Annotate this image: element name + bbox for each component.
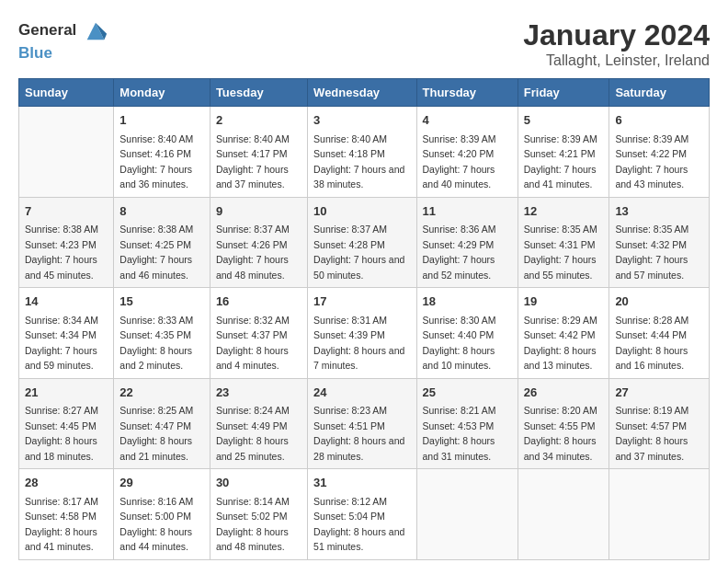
header-sunday: Sunday bbox=[19, 79, 114, 107]
calendar-cell: 16Sunrise: 8:32 AMSunset: 4:37 PMDayligh… bbox=[210, 288, 307, 379]
day-number: 4 bbox=[423, 111, 512, 130]
logo-general: General bbox=[18, 18, 108, 44]
calendar-cell: 19Sunrise: 8:29 AMSunset: 4:42 PMDayligh… bbox=[518, 288, 609, 379]
day-detail: Sunrise: 8:17 AMSunset: 4:58 PMDaylight:… bbox=[25, 496, 98, 553]
day-detail: Sunrise: 8:38 AMSunset: 4:23 PMDaylight:… bbox=[25, 224, 98, 281]
day-detail: Sunrise: 8:37 AMSunset: 4:26 PMDaylight:… bbox=[216, 224, 290, 281]
day-number: 8 bbox=[119, 202, 204, 221]
calendar-cell: 28Sunrise: 8:17 AMSunset: 4:58 PMDayligh… bbox=[19, 469, 114, 560]
day-detail: Sunrise: 8:40 AMSunset: 4:16 PMDaylight:… bbox=[119, 133, 193, 190]
header-tuesday: Tuesday bbox=[210, 79, 307, 107]
day-number: 27 bbox=[615, 384, 703, 402]
day-detail: Sunrise: 8:12 AMSunset: 5:04 PMDaylight:… bbox=[313, 496, 404, 553]
week-row-5: 28Sunrise: 8:17 AMSunset: 4:58 PMDayligh… bbox=[19, 469, 710, 560]
calendar-cell: 3Sunrise: 8:40 AMSunset: 4:18 PMDaylight… bbox=[308, 107, 416, 198]
day-detail: Sunrise: 8:39 AMSunset: 4:20 PMDaylight:… bbox=[423, 133, 496, 190]
day-number: 11 bbox=[423, 202, 512, 221]
header-friday: Friday bbox=[518, 79, 609, 107]
day-number: 7 bbox=[25, 202, 108, 221]
calendar-cell: 9Sunrise: 8:37 AMSunset: 4:26 PMDaylight… bbox=[210, 197, 307, 288]
day-detail: Sunrise: 8:20 AMSunset: 4:55 PMDaylight:… bbox=[524, 405, 597, 462]
day-number: 9 bbox=[216, 202, 301, 221]
day-detail: Sunrise: 8:39 AMSunset: 4:22 PMDaylight:… bbox=[615, 133, 688, 190]
day-number: 30 bbox=[216, 474, 301, 492]
day-detail: Sunrise: 8:35 AMSunset: 4:32 PMDaylight:… bbox=[615, 224, 688, 281]
day-number: 31 bbox=[313, 474, 410, 492]
calendar-cell bbox=[609, 469, 710, 560]
day-detail: Sunrise: 8:34 AMSunset: 4:34 PMDaylight:… bbox=[25, 315, 98, 372]
day-number: 6 bbox=[615, 111, 703, 130]
calendar-cell: 13Sunrise: 8:35 AMSunset: 4:32 PMDayligh… bbox=[609, 197, 710, 288]
day-detail: Sunrise: 8:36 AMSunset: 4:29 PMDaylight:… bbox=[423, 224, 496, 281]
week-row-1: 1Sunrise: 8:40 AMSunset: 4:16 PMDaylight… bbox=[19, 107, 710, 198]
day-detail: Sunrise: 8:31 AMSunset: 4:39 PMDaylight:… bbox=[313, 315, 404, 372]
day-number: 20 bbox=[615, 293, 703, 311]
day-detail: Sunrise: 8:39 AMSunset: 4:21 PMDaylight:… bbox=[524, 133, 597, 190]
day-number: 3 bbox=[313, 111, 410, 130]
day-detail: Sunrise: 8:14 AMSunset: 5:02 PMDaylight:… bbox=[216, 496, 290, 553]
day-number: 23 bbox=[216, 384, 301, 402]
header-thursday: Thursday bbox=[416, 79, 518, 107]
day-number: 25 bbox=[423, 384, 512, 402]
day-number: 1 bbox=[119, 111, 204, 130]
calendar-cell bbox=[518, 469, 609, 560]
day-detail: Sunrise: 8:32 AMSunset: 4:37 PMDaylight:… bbox=[216, 315, 290, 372]
day-number: 29 bbox=[119, 474, 204, 492]
calendar-cell: 10Sunrise: 8:37 AMSunset: 4:28 PMDayligh… bbox=[308, 197, 416, 288]
day-number: 21 bbox=[25, 384, 108, 402]
day-number: 15 bbox=[119, 293, 204, 311]
calendar-cell: 12Sunrise: 8:35 AMSunset: 4:31 PMDayligh… bbox=[518, 197, 609, 288]
calendar-cell: 30Sunrise: 8:14 AMSunset: 5:02 PMDayligh… bbox=[210, 469, 307, 560]
week-row-2: 7Sunrise: 8:38 AMSunset: 4:23 PMDaylight… bbox=[19, 197, 710, 288]
day-detail: Sunrise: 8:27 AMSunset: 4:45 PMDaylight:… bbox=[25, 405, 98, 462]
day-detail: Sunrise: 8:40 AMSunset: 4:17 PMDaylight:… bbox=[216, 133, 290, 190]
calendar-cell: 21Sunrise: 8:27 AMSunset: 4:45 PMDayligh… bbox=[19, 378, 114, 469]
day-number: 13 bbox=[615, 202, 703, 221]
calendar-table: SundayMondayTuesdayWednesdayThursdayFrid… bbox=[18, 78, 710, 560]
calendar-cell: 11Sunrise: 8:36 AMSunset: 4:29 PMDayligh… bbox=[416, 197, 518, 288]
calendar-header-row: SundayMondayTuesdayWednesdayThursdayFrid… bbox=[19, 79, 710, 107]
day-detail: Sunrise: 8:35 AMSunset: 4:31 PMDaylight:… bbox=[524, 224, 597, 281]
day-detail: Sunrise: 8:37 AMSunset: 4:28 PMDaylight:… bbox=[313, 224, 404, 281]
calendar-cell: 2Sunrise: 8:40 AMSunset: 4:17 PMDaylight… bbox=[210, 107, 307, 198]
day-detail: Sunrise: 8:30 AMSunset: 4:40 PMDaylight:… bbox=[423, 315, 496, 372]
logo: General Blue bbox=[18, 18, 108, 63]
week-row-3: 14Sunrise: 8:34 AMSunset: 4:34 PMDayligh… bbox=[19, 288, 710, 379]
calendar-cell: 7Sunrise: 8:38 AMSunset: 4:23 PMDaylight… bbox=[19, 197, 114, 288]
day-number: 14 bbox=[25, 293, 108, 311]
calendar-cell: 27Sunrise: 8:19 AMSunset: 4:57 PMDayligh… bbox=[609, 378, 710, 469]
title-block: January 2024 Tallaght, Leinster, Ireland bbox=[523, 18, 710, 69]
day-detail: Sunrise: 8:38 AMSunset: 4:25 PMDaylight:… bbox=[119, 224, 193, 281]
calendar-cell: 31Sunrise: 8:12 AMSunset: 5:04 PMDayligh… bbox=[308, 469, 416, 560]
calendar-cell: 25Sunrise: 8:21 AMSunset: 4:53 PMDayligh… bbox=[416, 378, 518, 469]
calendar-cell: 1Sunrise: 8:40 AMSunset: 4:16 PMDaylight… bbox=[114, 107, 210, 198]
calendar-cell: 15Sunrise: 8:33 AMSunset: 4:35 PMDayligh… bbox=[114, 288, 210, 379]
calendar-cell: 8Sunrise: 8:38 AMSunset: 4:25 PMDaylight… bbox=[114, 197, 210, 288]
calendar-cell: 5Sunrise: 8:39 AMSunset: 4:21 PMDaylight… bbox=[518, 107, 609, 198]
day-detail: Sunrise: 8:16 AMSunset: 5:00 PMDaylight:… bbox=[119, 496, 193, 553]
calendar-subtitle: Tallaght, Leinster, Ireland bbox=[523, 52, 710, 69]
day-number: 12 bbox=[524, 202, 604, 221]
header-wednesday: Wednesday bbox=[308, 79, 416, 107]
page-header: General Blue January 2024 Tallaght, Lein… bbox=[18, 18, 710, 69]
day-number: 2 bbox=[216, 111, 301, 130]
day-number: 17 bbox=[313, 293, 410, 311]
day-detail: Sunrise: 8:19 AMSunset: 4:57 PMDaylight:… bbox=[615, 405, 688, 462]
day-number: 10 bbox=[313, 202, 410, 221]
day-number: 18 bbox=[423, 293, 512, 311]
day-detail: Sunrise: 8:25 AMSunset: 4:47 PMDaylight:… bbox=[119, 405, 193, 462]
day-detail: Sunrise: 8:33 AMSunset: 4:35 PMDaylight:… bbox=[119, 315, 193, 372]
day-number: 19 bbox=[524, 293, 604, 311]
logo-blue: Blue bbox=[18, 44, 108, 63]
calendar-cell: 4Sunrise: 8:39 AMSunset: 4:20 PMDaylight… bbox=[416, 107, 518, 198]
day-number: 28 bbox=[25, 474, 108, 492]
day-number: 16 bbox=[216, 293, 301, 311]
calendar-title: January 2024 bbox=[523, 18, 710, 52]
day-detail: Sunrise: 8:21 AMSunset: 4:53 PMDaylight:… bbox=[423, 405, 496, 462]
calendar-cell: 20Sunrise: 8:28 AMSunset: 4:44 PMDayligh… bbox=[609, 288, 710, 379]
header-monday: Monday bbox=[114, 79, 210, 107]
calendar-cell bbox=[416, 469, 518, 560]
calendar-cell: 23Sunrise: 8:24 AMSunset: 4:49 PMDayligh… bbox=[210, 378, 307, 469]
calendar-cell: 29Sunrise: 8:16 AMSunset: 5:00 PMDayligh… bbox=[114, 469, 210, 560]
day-number: 22 bbox=[119, 384, 204, 402]
